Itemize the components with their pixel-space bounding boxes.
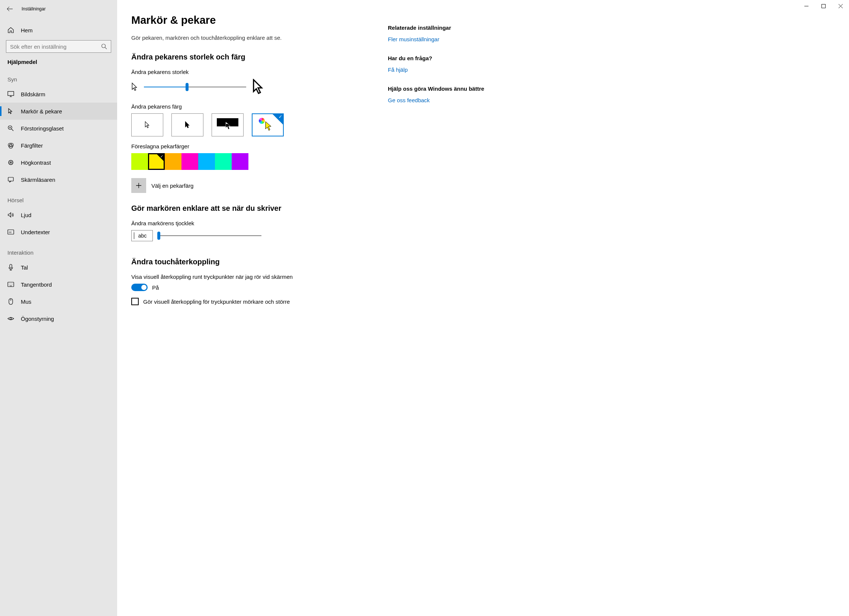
sidebar: Inställningar Hem Hjälpmedel SynBildskär… <box>0 0 117 616</box>
related-title: Relaterade inställningar <box>388 25 484 31</box>
magnifier-icon <box>7 125 14 132</box>
search-icon <box>101 43 107 49</box>
nav-item-label: Ljud <box>21 212 31 218</box>
improve-title: Hjälp oss göra Windows ännu bättre <box>388 85 484 92</box>
display-icon <box>7 91 14 97</box>
color-swatch[interactable] <box>198 153 215 170</box>
scheme-black[interactable] <box>171 113 203 137</box>
related-link-mouse[interactable]: Fler musinställningar <box>388 36 484 42</box>
nav-item-captions[interactable]: ccUndertexter <box>0 223 117 241</box>
nav-item-label: Mus <box>21 299 31 305</box>
search-box[interactable] <box>6 40 111 53</box>
thickness-slider[interactable] <box>157 231 261 240</box>
category-label: Hjälpmedel <box>0 53 117 67</box>
maximize-button[interactable] <box>815 0 832 12</box>
nav-item-label: Tangentbord <box>21 281 52 288</box>
section-thickness-heading: Gör markören enklare att se när du skriv… <box>131 204 380 213</box>
app-title: Inställningar <box>18 6 46 12</box>
narrator-icon <box>7 176 14 183</box>
nav-item-label: Färgfilter <box>21 142 43 149</box>
search-input[interactable] <box>10 43 101 50</box>
cursor-icon <box>7 108 14 115</box>
nav-item-highcontrast[interactable]: Högkontrast <box>0 154 117 171</box>
nav-item-eye[interactable]: Ögonstyrning <box>0 310 117 327</box>
nav-item-label: Bildskärm <box>21 91 45 97</box>
color-swatch[interactable] <box>182 153 198 170</box>
choose-custom-color-label: Välj en pekarfärg <box>151 183 194 189</box>
choose-custom-color-button[interactable] <box>131 178 146 193</box>
touch-toggle-state: På <box>152 284 159 291</box>
highcontrast-icon <box>7 159 14 166</box>
nav-group-label: Syn <box>0 67 117 85</box>
nav-item-keyboard[interactable]: Tangentbord <box>0 276 117 293</box>
nav-item-narrator[interactable]: Skärmläsaren <box>0 171 117 188</box>
suggested-colors-row <box>131 153 380 170</box>
scheme-white[interactable] <box>131 113 163 137</box>
window-controls <box>798 0 849 12</box>
touch-darker-label: Gör visuell återkoppling för tryckpunkte… <box>143 299 290 305</box>
nav-item-cursor[interactable]: Markör & pekare <box>0 103 117 120</box>
svg-text:cc: cc <box>9 231 12 234</box>
nav-item-label: Markör & pekare <box>21 108 62 115</box>
nav-item-label: Undertexter <box>21 229 50 235</box>
home-icon <box>7 27 14 33</box>
pointer-color-label: Ändra pekarens färg <box>131 103 380 110</box>
minimize-button[interactable] <box>798 0 815 12</box>
nav-item-label: Skärmläsaren <box>21 177 55 183</box>
thickness-label: Ändra markörens tjocklek <box>131 220 380 226</box>
color-swatch[interactable] <box>165 153 182 170</box>
svg-rect-0 <box>821 4 825 8</box>
colorfilter-icon <box>7 142 14 149</box>
cursor-small-icon <box>131 83 138 91</box>
feedback-link[interactable]: Ge oss feedback <box>388 97 484 103</box>
audio-icon <box>7 211 14 218</box>
back-button[interactable] <box>7 6 18 12</box>
nav-item-label: Högkontrast <box>21 159 51 166</box>
scheme-custom[interactable] <box>252 113 284 137</box>
captions-icon: cc <box>7 229 14 235</box>
question-title: Har du en fråga? <box>388 55 484 61</box>
nav-item-magnifier[interactable]: Förstoringsglaset <box>0 120 117 137</box>
cursor-large-icon <box>252 79 264 95</box>
nav-group-label: Hörsel <box>0 188 117 206</box>
color-swatch[interactable] <box>232 153 249 170</box>
svg-point-14 <box>10 318 12 320</box>
nav-item-audio[interactable]: Ljud <box>0 206 117 223</box>
suggested-colors-label: Föreslagna pekarfärger <box>131 143 380 149</box>
related-pane: Relaterade inställningar Fler musinställ… <box>388 14 484 601</box>
nav-item-label: Tal <box>21 264 28 271</box>
nav-item-label: Ögonstyrning <box>21 315 54 322</box>
color-swatch[interactable] <box>131 153 148 170</box>
touch-darker-checkbox[interactable] <box>131 298 139 305</box>
svg-rect-11 <box>10 264 12 268</box>
section-size-heading: Ändra pekarens storlek och färg <box>131 53 380 61</box>
get-help-link[interactable]: Få hjälp <box>388 67 484 73</box>
pointer-size-slider[interactable] <box>144 83 246 91</box>
nav-item-display[interactable]: Bildskärm <box>0 85 117 103</box>
nav-item-speech[interactable]: Tal <box>0 259 117 276</box>
touch-feedback-toggle[interactable] <box>131 284 147 291</box>
mouse-icon <box>7 298 14 305</box>
nav-item-colorfilter[interactable]: Färgfilter <box>0 137 117 154</box>
speech-icon <box>7 264 14 271</box>
thickness-preview: abc <box>131 230 153 241</box>
section-touch-heading: Ändra touchåterkoppling <box>131 257 380 266</box>
home-nav[interactable]: Hem <box>0 23 117 37</box>
nav-item-mouse[interactable]: Mus <box>0 293 117 310</box>
svg-point-1 <box>102 44 106 48</box>
nav-group-label: Interaktion <box>0 241 117 259</box>
eye-icon <box>7 316 14 321</box>
page-subtitle: Gör pekaren, markören och touchåterkoppl… <box>131 34 380 41</box>
scheme-inverted[interactable] <box>212 113 244 137</box>
svg-rect-8 <box>8 177 13 181</box>
svg-rect-2 <box>8 91 14 95</box>
touch-toggle-label: Visa visuell återkoppling runt tryckpunk… <box>131 274 380 280</box>
nav-item-label: Förstoringsglaset <box>21 125 64 132</box>
color-swatch[interactable] <box>148 153 165 170</box>
keyboard-icon <box>7 282 14 287</box>
page-title: Markör & pekare <box>131 14 380 27</box>
pointer-color-scheme-row <box>131 113 380 137</box>
color-swatch[interactable] <box>215 153 232 170</box>
close-button[interactable] <box>832 0 849 12</box>
home-label: Hem <box>21 27 33 33</box>
